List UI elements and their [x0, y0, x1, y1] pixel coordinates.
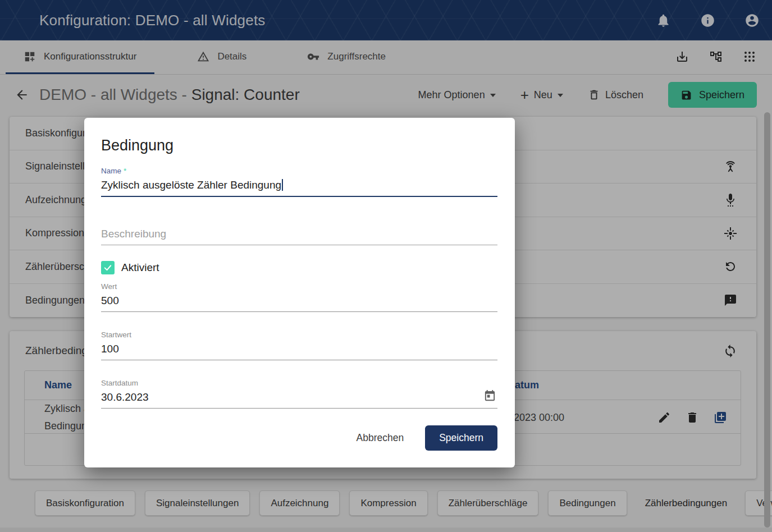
startdatum-input[interactable]: 30.6.2023	[101, 387, 497, 408]
wert-field[interactable]: Wert 500	[101, 282, 497, 312]
beschreibung-field[interactable]: Beschreibung	[101, 224, 497, 245]
wert-input[interactable]: 500	[101, 291, 497, 311]
dialog-title: Bedingung	[101, 137, 497, 154]
dialog-actions: Abbrechen Speichern	[101, 425, 497, 451]
startdatum-label: Startdatum	[101, 379, 497, 387]
startwert-input[interactable]: 100	[101, 339, 497, 360]
name-input-value: Zyklisch ausgelöste Zähler Bedingung	[101, 179, 281, 191]
startdatum-field[interactable]: Startdatum 30.6.2023	[101, 379, 497, 409]
required-marker: *	[124, 167, 126, 175]
name-label: Name*	[101, 167, 497, 175]
name-input[interactable]: Zyklisch ausgelöste Zähler Bedingung	[101, 175, 497, 196]
name-field[interactable]: Name* Zyklisch ausgelöste Zähler Bedingu…	[101, 167, 497, 197]
name-label-text: Name	[101, 167, 121, 175]
dialog-save-label: Speichern	[439, 432, 483, 444]
beschreibung-input[interactable]: Beschreibung	[101, 224, 497, 245]
aktiviert-label: Aktiviert	[121, 262, 159, 274]
aktiviert-checkbox-row[interactable]: Aktiviert	[101, 261, 497, 274]
checkbox-checked-icon[interactable]	[101, 261, 115, 274]
startwert-label: Startwert	[101, 331, 497, 339]
dialog-save-button[interactable]: Speichern	[425, 425, 497, 451]
app-window: Konfiguration: DEMO - all Widgets Konfig…	[0, 0, 772, 532]
startwert-field[interactable]: Startwert 100	[101, 331, 497, 360]
cancel-button[interactable]: Abbrechen	[357, 432, 404, 444]
bedingung-dialog: Bedingung Name* Zyklisch ausgelöste Zähl…	[84, 118, 515, 467]
calendar-icon[interactable]	[483, 389, 496, 402]
text-cursor	[282, 179, 283, 191]
wert-label: Wert	[101, 282, 497, 291]
